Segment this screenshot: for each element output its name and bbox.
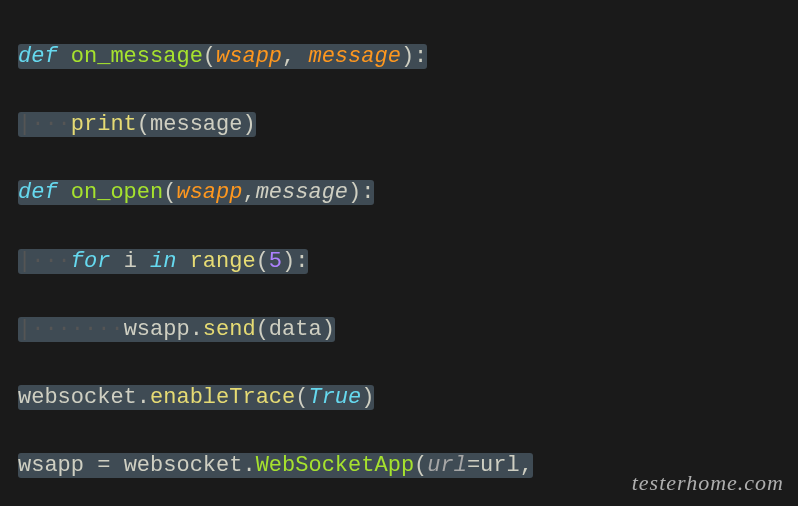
keyword-in: in bbox=[150, 249, 176, 274]
keyword-def: def bbox=[18, 44, 58, 69]
kwarg: url bbox=[427, 453, 467, 478]
param: wsapp bbox=[216, 44, 282, 69]
function-name: on_open bbox=[71, 180, 163, 205]
identifier: i bbox=[124, 249, 137, 274]
code-line: def on_open(wsapp,message): bbox=[18, 176, 798, 210]
param: message bbox=[256, 180, 348, 205]
identifier: message bbox=[150, 112, 242, 137]
number: 5 bbox=[269, 249, 282, 274]
code-line: |···print(message) bbox=[18, 108, 798, 142]
code-editor[interactable]: def on_message(wsapp, message): |···prin… bbox=[0, 0, 798, 506]
identifier: wsapp bbox=[18, 453, 84, 478]
call: range bbox=[190, 249, 256, 274]
code-line: def on_message(wsapp, message): bbox=[18, 40, 798, 74]
boolean: True bbox=[308, 385, 361, 410]
call: enableTrace bbox=[150, 385, 295, 410]
param: wsapp bbox=[176, 180, 242, 205]
call: send bbox=[203, 317, 256, 342]
keyword-for: for bbox=[71, 249, 111, 274]
identifier: url bbox=[480, 453, 520, 478]
code-line: |·······wsapp.send(data) bbox=[18, 313, 798, 347]
identifier: data bbox=[269, 317, 322, 342]
watermark: testerhome.com bbox=[632, 466, 784, 500]
code-line: websocket.enableTrace(True) bbox=[18, 381, 798, 415]
param: message bbox=[308, 44, 400, 69]
identifier: websocket bbox=[18, 385, 137, 410]
identifier: websocket bbox=[124, 453, 243, 478]
identifier: wsapp bbox=[124, 317, 190, 342]
keyword-def: def bbox=[18, 180, 58, 205]
function-name: on_message bbox=[71, 44, 203, 69]
class-name: WebSocketApp bbox=[256, 453, 414, 478]
call: print bbox=[71, 112, 137, 137]
code-line: |···for i in range(5): bbox=[18, 245, 798, 279]
